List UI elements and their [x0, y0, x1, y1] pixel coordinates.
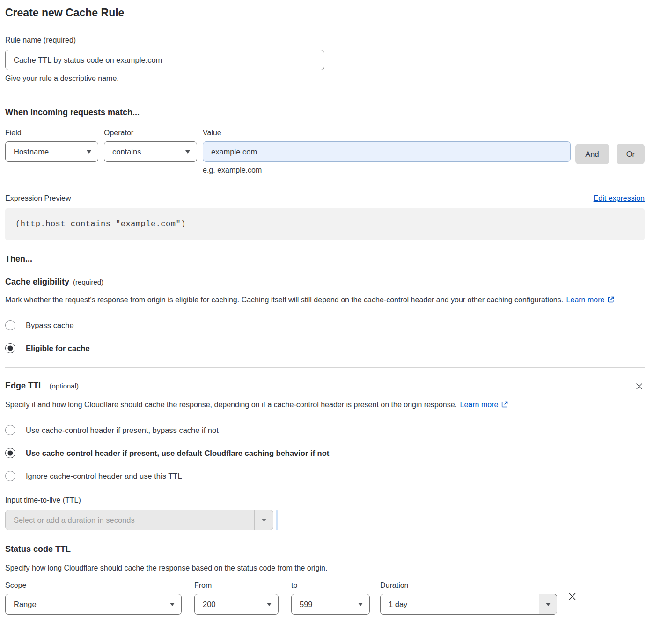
chevron-down-icon	[267, 603, 272, 606]
ttl-select-caret-box	[254, 510, 273, 530]
cache-eligibility-learn-more-link[interactable]: Learn more	[566, 296, 605, 304]
radio-option-label: Eligible for cache	[26, 344, 90, 353]
from-select-value: 200	[203, 600, 216, 609]
duration-label: Duration	[380, 581, 557, 590]
edge-ttl-description: Specify if and how long Cloudflare shoul…	[5, 398, 520, 412]
scope-label: Scope	[5, 581, 182, 590]
section-divider	[5, 367, 645, 368]
radio-option-label: Ignore cache-control header and use this…	[26, 472, 182, 481]
match-condition-row: Field Hostname Operator contains Value e…	[5, 129, 645, 175]
edge-ttl-heading: Edge TTL	[5, 381, 44, 390]
expression-preview-header: Expression Preview Edit expression	[5, 194, 645, 203]
rule-name-input[interactable]	[5, 50, 324, 70]
radio-selected-icon[interactable]	[5, 448, 15, 458]
chevron-down-icon	[185, 150, 190, 154]
value-input[interactable]	[203, 141, 571, 162]
radio-option-label: Use cache-control header if present, byp…	[26, 426, 219, 435]
radio-option-label: Bypass cache	[26, 321, 74, 330]
external-link-icon	[607, 294, 615, 307]
operator-select-value: contains	[112, 147, 141, 156]
radio-unselected-icon[interactable]	[5, 320, 15, 330]
rule-name-helper: Give your rule a descriptive name.	[5, 74, 645, 83]
radio-option-bypass-cache[interactable]: Bypass cache	[5, 320, 645, 330]
cache-eligibility-header: Cache eligibility (required)	[5, 277, 645, 287]
chevron-down-icon	[358, 603, 363, 606]
value-helper: e.g. example.com	[203, 166, 571, 175]
to-label: to	[291, 581, 370, 590]
match-section-heading: When incoming requests match...	[5, 108, 645, 117]
value-label: Value	[203, 129, 571, 137]
from-label: From	[194, 581, 279, 590]
ttl-input-label: Input time-to-live (TTL)	[5, 496, 645, 505]
edge-ttl-header: Edge TTL (optional)	[5, 381, 645, 392]
radio-option-ignore-header[interactable]: Ignore cache-control header and use this…	[5, 471, 645, 481]
radio-option-label: Use cache-control header if present, use…	[26, 449, 329, 458]
optional-note: (optional)	[49, 382, 79, 390]
required-note: (required)	[73, 278, 103, 286]
radio-unselected-icon[interactable]	[5, 471, 15, 481]
scope-select[interactable]: Range	[5, 594, 182, 615]
rule-name-label: Rule name (required)	[5, 36, 645, 44]
and-button[interactable]: And	[575, 144, 609, 164]
field-label: Field	[5, 129, 98, 137]
edge-ttl-description-text: Specify if and how long Cloudflare shoul…	[5, 401, 457, 409]
ttl-select-disabled: Select or add a duration in seconds	[5, 510, 273, 530]
ttl-select-placeholder: Select or add a duration in seconds	[6, 510, 254, 530]
chevron-down-icon	[170, 603, 175, 606]
from-select[interactable]: 200	[194, 594, 279, 615]
chevron-down-icon	[262, 519, 266, 522]
delete-row-icon[interactable]	[566, 590, 579, 603]
focus-sliver	[276, 510, 278, 530]
radio-option-use-header-bypass[interactable]: Use cache-control header if present, byp…	[5, 425, 645, 435]
to-select[interactable]: 599	[291, 594, 370, 615]
status-code-ttl-row: Scope Range From 200 to 599 Duration 1 d…	[5, 581, 645, 615]
radio-option-eligible-for-cache[interactable]: Eligible for cache	[5, 343, 645, 353]
radio-unselected-icon[interactable]	[5, 425, 15, 435]
external-link-icon	[501, 399, 508, 412]
radio-selected-icon[interactable]	[5, 343, 15, 353]
chevron-down-icon	[87, 150, 91, 154]
or-button[interactable]: Or	[617, 144, 645, 164]
field-select[interactable]: Hostname	[5, 141, 98, 162]
section-divider	[5, 95, 645, 95]
status-code-ttl-heading: Status code TTL	[5, 544, 645, 554]
status-code-ttl-description: Specify how long Cloudflare should cache…	[5, 562, 645, 575]
expression-code-block: (http.host contains "example.com")	[5, 208, 645, 240]
edit-expression-link[interactable]: Edit expression	[594, 194, 645, 203]
to-select-value: 599	[300, 600, 313, 609]
field-select-value: Hostname	[14, 147, 49, 156]
duration-caret-button[interactable]	[539, 594, 557, 614]
cache-eligibility-description-text: Mark whether the request's response from…	[5, 296, 563, 304]
close-icon[interactable]	[634, 381, 645, 392]
cache-eligibility-description: Mark whether the request's response from…	[5, 293, 635, 307]
operator-label: Operator	[104, 129, 197, 137]
cache-eligibility-heading: Cache eligibility	[5, 277, 69, 287]
expression-preview-label: Expression Preview	[5, 194, 71, 203]
scope-select-value: Range	[14, 600, 37, 609]
duration-select-value: 1 day	[381, 594, 539, 614]
then-heading: Then...	[5, 254, 645, 264]
duration-select[interactable]: 1 day	[380, 594, 557, 615]
page-title: Create new Cache Rule	[5, 7, 645, 19]
ttl-select-row: Select or add a duration in seconds	[5, 510, 645, 530]
operator-select[interactable]: contains	[104, 141, 197, 162]
radio-option-use-header-default[interactable]: Use cache-control header if present, use…	[5, 448, 645, 458]
edge-ttl-learn-more-link[interactable]: Learn more	[460, 401, 499, 409]
create-cache-rule-form: Create new Cache Rule Rule name (require…	[0, 0, 661, 629]
chevron-down-icon	[546, 603, 551, 606]
